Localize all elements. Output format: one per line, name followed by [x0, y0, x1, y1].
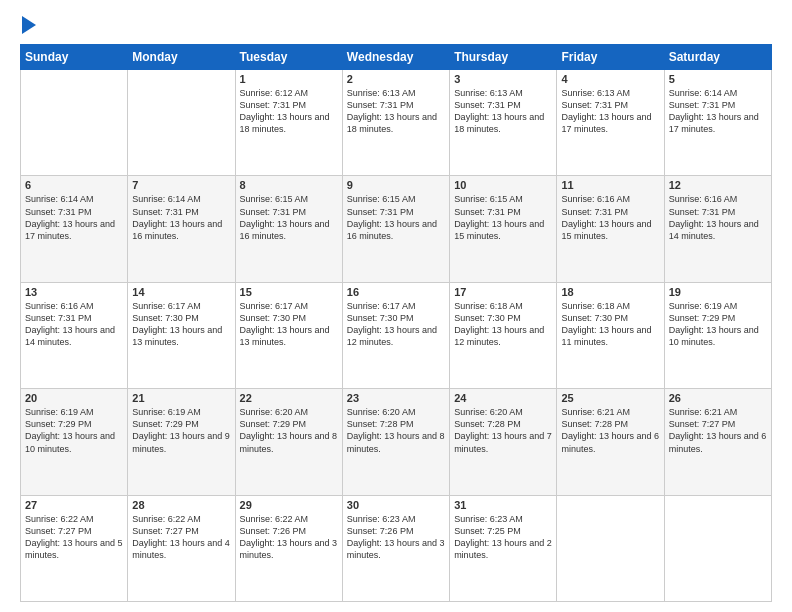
- day-number: 31: [454, 499, 552, 511]
- calendar-cell: 31Sunrise: 6:23 AM Sunset: 7:25 PM Dayli…: [450, 495, 557, 601]
- calendar-cell: 4Sunrise: 6:13 AM Sunset: 7:31 PM Daylig…: [557, 70, 664, 176]
- calendar-cell: 15Sunrise: 6:17 AM Sunset: 7:30 PM Dayli…: [235, 282, 342, 388]
- calendar-cell: 20Sunrise: 6:19 AM Sunset: 7:29 PM Dayli…: [21, 389, 128, 495]
- day-number: 16: [347, 286, 445, 298]
- day-number: 5: [669, 73, 767, 85]
- day-info: Sunrise: 6:15 AM Sunset: 7:31 PM Dayligh…: [347, 193, 445, 242]
- calendar-cell: 25Sunrise: 6:21 AM Sunset: 7:28 PM Dayli…: [557, 389, 664, 495]
- day-info: Sunrise: 6:21 AM Sunset: 7:27 PM Dayligh…: [669, 406, 767, 455]
- day-number: 19: [669, 286, 767, 298]
- calendar-week-row: 20Sunrise: 6:19 AM Sunset: 7:29 PM Dayli…: [21, 389, 772, 495]
- day-number: 12: [669, 179, 767, 191]
- calendar-cell: [128, 70, 235, 176]
- calendar-cell: 29Sunrise: 6:22 AM Sunset: 7:26 PM Dayli…: [235, 495, 342, 601]
- calendar-cell: 14Sunrise: 6:17 AM Sunset: 7:30 PM Dayli…: [128, 282, 235, 388]
- day-info: Sunrise: 6:12 AM Sunset: 7:31 PM Dayligh…: [240, 87, 338, 136]
- day-number: 13: [25, 286, 123, 298]
- day-number: 23: [347, 392, 445, 404]
- day-info: Sunrise: 6:20 AM Sunset: 7:29 PM Dayligh…: [240, 406, 338, 455]
- calendar-cell: 23Sunrise: 6:20 AM Sunset: 7:28 PM Dayli…: [342, 389, 449, 495]
- calendar-header-row: SundayMondayTuesdayWednesdayThursdayFrid…: [21, 45, 772, 70]
- calendar-table: SundayMondayTuesdayWednesdayThursdayFrid…: [20, 44, 772, 602]
- day-info: Sunrise: 6:17 AM Sunset: 7:30 PM Dayligh…: [132, 300, 230, 349]
- day-number: 9: [347, 179, 445, 191]
- calendar-cell: [557, 495, 664, 601]
- day-number: 4: [561, 73, 659, 85]
- calendar-cell: 30Sunrise: 6:23 AM Sunset: 7:26 PM Dayli…: [342, 495, 449, 601]
- calendar-cell: 28Sunrise: 6:22 AM Sunset: 7:27 PM Dayli…: [128, 495, 235, 601]
- day-info: Sunrise: 6:23 AM Sunset: 7:25 PM Dayligh…: [454, 513, 552, 562]
- header: [20, 18, 772, 34]
- day-info: Sunrise: 6:20 AM Sunset: 7:28 PM Dayligh…: [347, 406, 445, 455]
- day-number: 26: [669, 392, 767, 404]
- calendar-week-row: 27Sunrise: 6:22 AM Sunset: 7:27 PM Dayli…: [21, 495, 772, 601]
- calendar-cell: 21Sunrise: 6:19 AM Sunset: 7:29 PM Dayli…: [128, 389, 235, 495]
- day-info: Sunrise: 6:14 AM Sunset: 7:31 PM Dayligh…: [25, 193, 123, 242]
- day-number: 24: [454, 392, 552, 404]
- day-number: 1: [240, 73, 338, 85]
- day-of-week-sunday: Sunday: [21, 45, 128, 70]
- day-info: Sunrise: 6:16 AM Sunset: 7:31 PM Dayligh…: [669, 193, 767, 242]
- day-of-week-monday: Monday: [128, 45, 235, 70]
- calendar-cell: 13Sunrise: 6:16 AM Sunset: 7:31 PM Dayli…: [21, 282, 128, 388]
- day-info: Sunrise: 6:19 AM Sunset: 7:29 PM Dayligh…: [669, 300, 767, 349]
- calendar-cell: 19Sunrise: 6:19 AM Sunset: 7:29 PM Dayli…: [664, 282, 771, 388]
- calendar-week-row: 6Sunrise: 6:14 AM Sunset: 7:31 PM Daylig…: [21, 176, 772, 282]
- logo: [20, 18, 36, 34]
- day-info: Sunrise: 6:19 AM Sunset: 7:29 PM Dayligh…: [25, 406, 123, 455]
- day-info: Sunrise: 6:17 AM Sunset: 7:30 PM Dayligh…: [240, 300, 338, 349]
- calendar-cell: 7Sunrise: 6:14 AM Sunset: 7:31 PM Daylig…: [128, 176, 235, 282]
- day-number: 27: [25, 499, 123, 511]
- calendar-cell: [664, 495, 771, 601]
- calendar-cell: 8Sunrise: 6:15 AM Sunset: 7:31 PM Daylig…: [235, 176, 342, 282]
- day-info: Sunrise: 6:15 AM Sunset: 7:31 PM Dayligh…: [454, 193, 552, 242]
- calendar-cell: 11Sunrise: 6:16 AM Sunset: 7:31 PM Dayli…: [557, 176, 664, 282]
- calendar-cell: 10Sunrise: 6:15 AM Sunset: 7:31 PM Dayli…: [450, 176, 557, 282]
- day-info: Sunrise: 6:18 AM Sunset: 7:30 PM Dayligh…: [561, 300, 659, 349]
- day-number: 29: [240, 499, 338, 511]
- calendar-cell: 6Sunrise: 6:14 AM Sunset: 7:31 PM Daylig…: [21, 176, 128, 282]
- day-info: Sunrise: 6:18 AM Sunset: 7:30 PM Dayligh…: [454, 300, 552, 349]
- day-info: Sunrise: 6:16 AM Sunset: 7:31 PM Dayligh…: [25, 300, 123, 349]
- calendar-cell: 3Sunrise: 6:13 AM Sunset: 7:31 PM Daylig…: [450, 70, 557, 176]
- logo-arrow-icon: [22, 16, 36, 34]
- day-of-week-thursday: Thursday: [450, 45, 557, 70]
- calendar-cell: 9Sunrise: 6:15 AM Sunset: 7:31 PM Daylig…: [342, 176, 449, 282]
- calendar-week-row: 1Sunrise: 6:12 AM Sunset: 7:31 PM Daylig…: [21, 70, 772, 176]
- day-number: 14: [132, 286, 230, 298]
- day-number: 11: [561, 179, 659, 191]
- calendar-cell: 26Sunrise: 6:21 AM Sunset: 7:27 PM Dayli…: [664, 389, 771, 495]
- day-of-week-tuesday: Tuesday: [235, 45, 342, 70]
- day-info: Sunrise: 6:19 AM Sunset: 7:29 PM Dayligh…: [132, 406, 230, 455]
- day-of-week-saturday: Saturday: [664, 45, 771, 70]
- day-info: Sunrise: 6:17 AM Sunset: 7:30 PM Dayligh…: [347, 300, 445, 349]
- day-info: Sunrise: 6:22 AM Sunset: 7:27 PM Dayligh…: [132, 513, 230, 562]
- calendar-cell: 17Sunrise: 6:18 AM Sunset: 7:30 PM Dayli…: [450, 282, 557, 388]
- day-info: Sunrise: 6:13 AM Sunset: 7:31 PM Dayligh…: [454, 87, 552, 136]
- day-number: 10: [454, 179, 552, 191]
- day-info: Sunrise: 6:16 AM Sunset: 7:31 PM Dayligh…: [561, 193, 659, 242]
- day-number: 17: [454, 286, 552, 298]
- day-number: 6: [25, 179, 123, 191]
- day-number: 2: [347, 73, 445, 85]
- day-info: Sunrise: 6:14 AM Sunset: 7:31 PM Dayligh…: [132, 193, 230, 242]
- day-number: 21: [132, 392, 230, 404]
- day-number: 3: [454, 73, 552, 85]
- calendar-week-row: 13Sunrise: 6:16 AM Sunset: 7:31 PM Dayli…: [21, 282, 772, 388]
- day-info: Sunrise: 6:21 AM Sunset: 7:28 PM Dayligh…: [561, 406, 659, 455]
- day-of-week-wednesday: Wednesday: [342, 45, 449, 70]
- day-number: 30: [347, 499, 445, 511]
- day-number: 20: [25, 392, 123, 404]
- day-number: 8: [240, 179, 338, 191]
- day-info: Sunrise: 6:13 AM Sunset: 7:31 PM Dayligh…: [561, 87, 659, 136]
- calendar-cell: 12Sunrise: 6:16 AM Sunset: 7:31 PM Dayli…: [664, 176, 771, 282]
- day-number: 18: [561, 286, 659, 298]
- calendar-cell: 27Sunrise: 6:22 AM Sunset: 7:27 PM Dayli…: [21, 495, 128, 601]
- day-info: Sunrise: 6:22 AM Sunset: 7:27 PM Dayligh…: [25, 513, 123, 562]
- day-info: Sunrise: 6:22 AM Sunset: 7:26 PM Dayligh…: [240, 513, 338, 562]
- day-info: Sunrise: 6:14 AM Sunset: 7:31 PM Dayligh…: [669, 87, 767, 136]
- day-info: Sunrise: 6:15 AM Sunset: 7:31 PM Dayligh…: [240, 193, 338, 242]
- day-number: 7: [132, 179, 230, 191]
- day-info: Sunrise: 6:23 AM Sunset: 7:26 PM Dayligh…: [347, 513, 445, 562]
- day-info: Sunrise: 6:20 AM Sunset: 7:28 PM Dayligh…: [454, 406, 552, 455]
